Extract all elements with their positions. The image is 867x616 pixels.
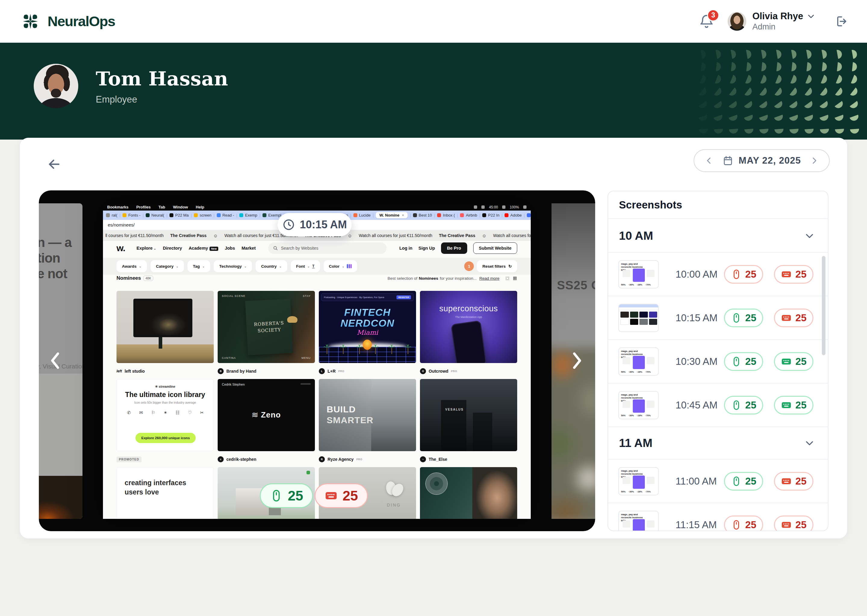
z-glyph: ≋ xyxy=(252,410,259,419)
screenshot-row[interactable]: mage, pay and reconcile business bills50… xyxy=(608,252,828,295)
nominee-card[interactable]: superconsciousThe Manifestation AppOOutc… xyxy=(420,291,517,376)
mouse-icon xyxy=(270,489,283,502)
table-view-icon[interactable] xyxy=(513,276,517,281)
nominee-card[interactable]: VESALUS~The_Else xyxy=(420,379,517,464)
filter-country[interactable]: Country⌄ xyxy=(255,260,287,272)
site-name[interactable]: L+R xyxy=(328,369,336,374)
monitor-stand xyxy=(159,337,162,349)
status-icon xyxy=(474,206,477,209)
active-tab[interactable]: W. Nomine× xyxy=(376,212,408,218)
next-day-button[interactable] xyxy=(810,156,819,165)
nominee-card[interactable]: leftleft studio xyxy=(117,291,214,376)
site-nav-academy[interactable]: AcademyNew xyxy=(189,246,218,251)
reset-filters-button[interactable]: Reset filters↻ xyxy=(477,260,517,272)
site-nav-explore[interactable]: Explore⌄ xyxy=(137,246,156,251)
nominee-card[interactable] xyxy=(420,467,517,519)
explore-cta[interactable]: Explore 260,000 unique icons xyxy=(136,433,195,443)
browser-tab[interactable]: Adobe xyxy=(504,213,522,217)
screenshot-thumbnail[interactable]: mage, pay and reconcile business bills50… xyxy=(618,260,659,288)
screenshot-thumbnail[interactable]: mage, pay and reconcile business bills50… xyxy=(618,467,659,495)
browser-tab[interactable]: Read - xyxy=(217,213,234,217)
read-more-link[interactable]: Read more xyxy=(479,276,500,281)
screenshot-row[interactable]: 10:15 AM2525 xyxy=(608,295,828,339)
screenshot-row[interactable]: mage, pay and reconcile business bills50… xyxy=(608,503,828,531)
browser-tab[interactable]: P22 In xyxy=(482,213,500,217)
site-search[interactable]: Search by Websites xyxy=(268,242,386,254)
filter-technology[interactable]: Technology⌄ xyxy=(214,260,252,272)
site-nav-market[interactable]: Market xyxy=(241,246,255,251)
nominee-card[interactable]: ✳ streamlineThe ultimate icon libraryIco… xyxy=(117,379,214,464)
browser-tab[interactable]: Exemp xyxy=(239,213,257,217)
keyboard-activity-badge: 25 xyxy=(774,396,813,415)
menu-item[interactable]: Help xyxy=(195,205,204,209)
menu-item[interactable]: Bookmarks xyxy=(107,205,129,209)
screenshot-row[interactable]: mage, pay and reconcile business bills50… xyxy=(608,383,828,426)
carousel-prev-button[interactable] xyxy=(47,349,63,372)
back-button[interactable] xyxy=(46,156,62,172)
date-picker[interactable]: MAY 22, 2025 xyxy=(694,149,830,172)
site-name[interactable]: The_Else xyxy=(429,457,447,462)
site-logo[interactable]: w. xyxy=(117,243,125,253)
screenshot-thumbnail[interactable]: mage, pay and reconcile business bills50… xyxy=(618,347,659,376)
close-tab-icon[interactable]: × xyxy=(402,213,404,217)
browser-tab[interactable]: Best 10 xyxy=(413,213,432,217)
leaf-pattern-cell xyxy=(711,112,726,125)
browser-tab[interactable]: screen xyxy=(194,213,211,217)
nominee-card[interactable]: Podcasting · Unique Experiences · By Ope… xyxy=(319,291,416,376)
notifications-button[interactable]: 3 xyxy=(699,13,714,30)
browser-tab[interactable]: Lucide xyxy=(353,213,370,217)
browser-tab[interactable]: P22 Ma xyxy=(169,213,189,217)
event-subtitle: Miami xyxy=(319,329,416,336)
site-nav-jobs[interactable]: Jobs xyxy=(225,246,235,251)
nominee-card[interactable]: creating interfaces users love xyxy=(117,467,214,519)
screenshot-row[interactable]: mage, pay and reconcile business bills50… xyxy=(608,339,828,383)
site-name[interactable]: Outcrowd xyxy=(429,369,448,374)
browser-tab[interactable]: Airbnb xyxy=(460,213,477,217)
leaf-pattern-cell xyxy=(726,112,741,125)
prev-day-button[interactable] xyxy=(705,156,714,165)
signup-link[interactable]: Sign Up xyxy=(418,246,435,251)
favicon-icon xyxy=(460,213,464,217)
site-name[interactable]: cedrik-stephen xyxy=(226,457,257,462)
leaf-icon xyxy=(714,101,724,110)
browser-tab[interactable]: Exempl xyxy=(263,213,281,217)
grid-view-icon[interactable] xyxy=(505,276,510,281)
menu-item[interactable]: Tab xyxy=(159,205,165,209)
menu-item[interactable]: Profiles xyxy=(136,205,151,209)
site-nav-directory[interactable]: Directory xyxy=(163,246,182,251)
browser-tab[interactable]: Inbox ( xyxy=(437,213,455,217)
filter-awards[interactable]: Awards⌄ xyxy=(117,260,147,272)
hour-section-header[interactable]: 11 AM xyxy=(608,426,828,459)
user-menu[interactable]: Olivia Rhye Admin xyxy=(728,11,815,31)
nominee-card[interactable]: SOCIAL SCENESTAYROBERTA'S SOCIETYCANTINA… xyxy=(218,291,315,376)
activity-badges: 2525 xyxy=(724,352,813,371)
site-name[interactable]: left studio xyxy=(125,369,145,374)
browser-tab[interactable]: Fonts - xyxy=(123,213,140,217)
login-link[interactable]: Log in xyxy=(399,246,412,251)
logout-button[interactable] xyxy=(834,15,847,28)
browser-tab[interactable]: Action xyxy=(527,213,531,217)
screenshot-thumbnail[interactable] xyxy=(618,304,659,332)
nominee-card[interactable]: BUILDSMARTERRRyze AgencyPRO xyxy=(319,379,416,464)
screenshot-thumbnail[interactable]: mage, pay and reconcile business bills50… xyxy=(618,511,659,531)
hour-section-header[interactable]: 10 AM xyxy=(608,220,828,252)
submit-website-button[interactable]: Submit Website xyxy=(473,242,517,254)
register-chip: REGISTER xyxy=(396,295,411,299)
scrollbar-thumb[interactable] xyxy=(822,256,826,355)
screenshot-row[interactable]: mage, pay and reconcile business bills50… xyxy=(608,459,828,503)
menu-item[interactable]: Window xyxy=(173,205,188,209)
site-name[interactable]: Ryze Agency xyxy=(328,457,354,462)
site-name[interactable]: Brand by Hand xyxy=(226,369,257,374)
filter-tag[interactable]: Tag⌄ xyxy=(188,260,210,272)
filter-category[interactable]: Category⌄ xyxy=(151,260,184,272)
carousel-next-button[interactable] xyxy=(569,349,585,372)
leaf-icon xyxy=(699,88,708,98)
be-pro-button[interactable]: Be Pro xyxy=(441,242,467,254)
nominee-card[interactable]: Cedrik Stephen≋Zenoccedrik-stephen xyxy=(218,379,315,464)
browser-tab[interactable]: Neural( xyxy=(146,213,164,217)
screenshot-thumbnail[interactable]: mage, pay and reconcile business bills50… xyxy=(618,391,659,419)
favicon-icon xyxy=(146,213,150,217)
browser-tab[interactable]: ral( xyxy=(106,213,117,217)
filter-font[interactable]: Font⌄T xyxy=(291,260,320,272)
filter-color[interactable]: Color⌄ xyxy=(324,260,357,272)
